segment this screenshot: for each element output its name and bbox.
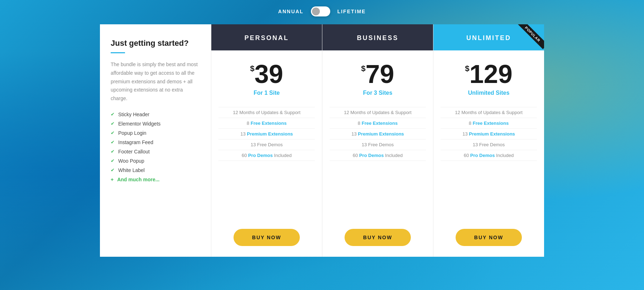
personal-feature-free-ext: 8 Free Extensions	[218, 118, 315, 129]
check-icon-footer: ✔	[111, 149, 115, 154]
feature-item-woo: ✔ Woo Popup	[111, 158, 200, 164]
popular-badge	[515, 24, 544, 53]
feature-item-footer: ✔ Footer Callout	[111, 149, 200, 154]
unlimited-price-block: $ 129	[465, 61, 512, 87]
check-icon-elementor: ✔	[111, 121, 115, 126]
plan-business: BUSINESS $ 79 For 3 Sites 12 Months of U…	[322, 24, 433, 257]
plan-personal: PERSONAL $ 39 For 1 Site 12 Months of Up…	[211, 24, 322, 257]
business-feature-premium-ext: 13 Premium Extensions	[330, 129, 426, 139]
plan-business-body: $ 79 For 3 Sites 12 Months of Updates & …	[322, 50, 433, 257]
business-feature-free-ext: 8 Free Extensions	[330, 118, 426, 129]
personal-feature-updates: 12 Months of Updates & Support	[218, 107, 315, 118]
personal-feature-free-demos: 13 Free Demos	[218, 139, 315, 150]
features-heading: Just getting started?	[111, 39, 200, 48]
business-feature-free-demos: 13 Free Demos	[330, 139, 426, 150]
unlimited-price-amount: 129	[470, 61, 513, 87]
personal-buy-button[interactable]: BUY NOW	[234, 229, 300, 246]
business-price-amount: 79	[366, 61, 394, 87]
feature-label-white-label: White Label	[118, 167, 145, 173]
business-buy-button[interactable]: BUY NOW	[345, 229, 411, 246]
plan-unlimited-body: $ 129 Unlimited Sites 12 Months of Updat…	[433, 50, 544, 257]
plan-business-name: BUSINESS	[357, 34, 398, 41]
unlimited-feature-free-demos: 13 Free Demos	[441, 139, 537, 150]
check-icon-white-label: ✔	[111, 167, 115, 173]
personal-price-dollar: $	[250, 64, 254, 73]
billing-toggle-section: ANNUAL LIFETIME	[0, 0, 644, 24]
unlimited-sites-label: Unlimited Sites	[468, 90, 510, 96]
plan-personal-header: PERSONAL	[211, 24, 322, 50]
feature-label-popup: Popup Login	[118, 130, 146, 136]
personal-feature-pro-demos: 60 Pro Demos Included	[218, 150, 315, 161]
personal-feature-premium-ext: 13 Premium Extensions	[218, 129, 315, 139]
feature-label-more: And much more...	[117, 177, 159, 182]
check-icon-popup: ✔	[111, 130, 115, 136]
feature-label-elementor: Elementor Widgets	[118, 121, 160, 127]
check-icon-instagram: ✔	[111, 139, 115, 145]
features-column: Just getting started? The bundle is simp…	[100, 24, 211, 257]
feature-item-popup: ✔ Popup Login	[111, 130, 200, 136]
personal-price-block: $ 39	[250, 61, 283, 87]
unlimited-price-dollar: $	[465, 64, 469, 73]
personal-sites-label: For 1 Site	[254, 90, 280, 96]
personal-price-amount: 39	[255, 61, 283, 87]
feature-label-instagram: Instagram Feed	[118, 139, 153, 145]
features-description: The bundle is simply the best and most a…	[111, 60, 200, 103]
feature-label-sticky-header: Sticky Header	[118, 112, 149, 117]
plus-icon-more: +	[111, 177, 114, 182]
lifetime-label: LIFETIME	[337, 9, 366, 14]
annual-label: ANNUAL	[278, 9, 304, 14]
pricing-wrapper: Just getting started? The bundle is simp…	[0, 24, 644, 257]
business-features-list: 12 Months of Updates & Support 8 Free Ex…	[330, 107, 426, 161]
unlimited-feature-premium-ext: 13 Premium Extensions	[441, 129, 537, 139]
feature-item-white-label: ✔ White Label	[111, 167, 200, 173]
business-sites-label: For 3 Sites	[363, 90, 393, 96]
personal-features-list: 12 Months of Updates & Support 8 Free Ex…	[218, 107, 315, 161]
business-price-block: $ 79	[361, 61, 394, 87]
business-feature-updates: 12 Months of Updates & Support	[330, 107, 426, 118]
unlimited-feature-updates: 12 Months of Updates & Support	[441, 107, 537, 118]
plan-unlimited: UNLIMITED $ 129 Unlimited Sites 12 Month…	[433, 24, 544, 257]
plan-personal-body: $ 39 For 1 Site 12 Months of Updates & S…	[211, 50, 322, 257]
unlimited-buy-button[interactable]: BUY NOW	[456, 229, 522, 246]
hero-background: ANNUAL LIFETIME Just getting started? Th…	[0, 0, 644, 290]
unlimited-feature-pro-demos: 60 Pro Demos Included	[441, 150, 537, 161]
plan-business-header: BUSINESS	[322, 24, 433, 50]
plan-personal-name: PERSONAL	[244, 34, 289, 41]
feature-item-elementor: ✔ Elementor Widgets	[111, 121, 200, 127]
features-divider	[111, 52, 125, 53]
check-icon-sticky-header: ✔	[111, 112, 115, 117]
plan-unlimited-name: UNLIMITED	[466, 34, 511, 41]
unlimited-features-list: 12 Months of Updates & Support 8 Free Ex…	[441, 107, 537, 161]
business-price-dollar: $	[361, 64, 365, 73]
business-feature-pro-demos: 60 Pro Demos Included	[330, 150, 426, 161]
feature-item-instagram: ✔ Instagram Feed	[111, 139, 200, 145]
feature-item-more: + And much more...	[111, 177, 200, 182]
check-icon-woo: ✔	[111, 158, 115, 163]
billing-toggle[interactable]	[311, 6, 330, 16]
feature-label-woo: Woo Popup	[118, 158, 144, 164]
feature-item-sticky-header: ✔ Sticky Header	[111, 112, 200, 117]
feature-label-footer: Footer Callout	[118, 149, 150, 154]
unlimited-feature-free-ext: 8 Free Extensions	[441, 118, 537, 129]
